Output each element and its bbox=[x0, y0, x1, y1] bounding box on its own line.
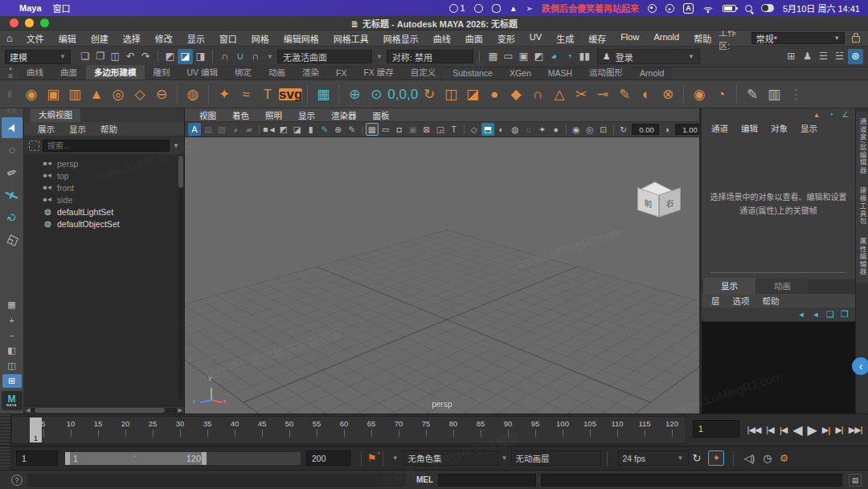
menu-item[interactable]: 选项 bbox=[727, 295, 756, 307]
flag-icon[interactable]: ▮ bbox=[305, 123, 317, 136]
xray-icon[interactable]: ◎ bbox=[583, 123, 596, 136]
gamma-field[interactable]: 1.00 bbox=[675, 124, 699, 135]
play-backwards-button[interactable]: ◀ bbox=[792, 422, 801, 438]
lasso-tool[interactable]: ◌ bbox=[2, 140, 23, 161]
shelf-menu-icon[interactable]: ▾☰ bbox=[3, 66, 18, 79]
gamma-icon[interactable]: ◑ bbox=[661, 123, 674, 136]
collapse-panel-button[interactable]: ‹ bbox=[852, 357, 868, 375]
separator[interactable] bbox=[212, 51, 213, 63]
audio-icon[interactable]: ◁) bbox=[743, 452, 755, 464]
bookmark-icon[interactable]: ⚑+ bbox=[367, 452, 377, 464]
scroll-right-icon[interactable]: ▶ bbox=[178, 407, 182, 414]
exposure-icon[interactable]: ↻ bbox=[617, 123, 630, 136]
light-icon[interactable]: ◐ bbox=[495, 123, 508, 136]
chevron-down-icon[interactable]: ▼ bbox=[173, 142, 179, 149]
separate-icon[interactable]: ◪ bbox=[462, 83, 483, 105]
separator[interactable] bbox=[362, 124, 362, 134]
menu-item[interactable]: Flow bbox=[613, 32, 646, 45]
shelf-tab[interactable]: 动画 bbox=[260, 65, 293, 79]
character-set-dropdown[interactable]: 无角色集 bbox=[403, 450, 498, 466]
status-ring-icon[interactable] bbox=[492, 4, 501, 13]
snap-to-points-icon[interactable]: ∩ bbox=[248, 49, 263, 64]
go-to-end-button[interactable]: ▶▶| bbox=[849, 425, 862, 435]
help-icon[interactable]: ? bbox=[11, 475, 23, 486]
menubar-clock[interactable]: 5月10日 周六 14:41 bbox=[783, 2, 860, 14]
input-source-icon[interactable]: A bbox=[683, 3, 694, 14]
chevron-down-icon[interactable]: ▼ bbox=[264, 53, 276, 60]
menu-item[interactable]: 渲染器 bbox=[323, 109, 365, 121]
shelf-tab[interactable]: 多边形建模 bbox=[86, 65, 145, 79]
move-tool[interactable]: ╋ bbox=[2, 185, 23, 206]
film-gate-icon[interactable]: ▨ bbox=[215, 123, 228, 136]
menu-set-dropdown[interactable]: 建模▼ bbox=[5, 50, 71, 64]
wireframe-icon[interactable]: ▦ bbox=[366, 123, 379, 136]
mel-label[interactable]: MEL bbox=[416, 475, 433, 484]
menu-item[interactable]: 缓存 bbox=[581, 32, 613, 45]
layer-solo-icon[interactable]: ◂ bbox=[796, 309, 807, 320]
menu-item[interactable]: 变形 bbox=[490, 32, 522, 45]
workspace-lock-icon[interactable] bbox=[852, 36, 860, 43]
list-item[interactable]: ■◄ front bbox=[27, 181, 184, 194]
snap-together-icon[interactable]: ⊙ bbox=[366, 83, 387, 105]
dof-icon[interactable]: ● bbox=[550, 123, 563, 136]
attribute-editor-icon[interactable]: ☱ bbox=[832, 49, 847, 64]
toolbox-grip[interactable]: ⠿⠿ bbox=[6, 110, 16, 113]
resolution-gate-icon[interactable]: ◕ bbox=[229, 123, 242, 136]
flat-shade-icon[interactable]: ◘ bbox=[393, 123, 406, 136]
menu-item[interactable]: 网格 bbox=[244, 32, 276, 45]
selection-filter-icon[interactable] bbox=[29, 141, 39, 151]
separator[interactable] bbox=[683, 84, 684, 104]
layer-editor-tab[interactable]: 显示 bbox=[703, 278, 755, 294]
viewport-canvas[interactable]: 前 右 Y x z persp bbox=[185, 137, 699, 414]
separator[interactable] bbox=[208, 84, 209, 104]
separator[interactable] bbox=[307, 84, 308, 104]
circularize-icon[interactable]: ↻ bbox=[419, 83, 440, 105]
auto-key-icon[interactable]: ✦ bbox=[708, 450, 724, 466]
symmetry-field[interactable]: 对称: 禁用 bbox=[387, 50, 473, 63]
pane-minus-icon[interactable]: − bbox=[2, 328, 22, 342]
step-back-frame-button[interactable]: |◀ bbox=[766, 425, 773, 435]
separator[interactable] bbox=[338, 84, 339, 104]
menu-item[interactable]: 生成 bbox=[549, 32, 581, 45]
outliner-tab[interactable]: 大纲视图 bbox=[31, 108, 80, 122]
menu-item[interactable]: 曲线 bbox=[426, 32, 458, 45]
spotlight-search-icon[interactable] bbox=[745, 5, 752, 12]
menu-item[interactable]: 面板 bbox=[365, 109, 398, 121]
poly-disc-icon[interactable]: ⊖ bbox=[151, 83, 172, 105]
workspace-dropdown[interactable]: 常规*▼ bbox=[751, 32, 845, 44]
user-switch-icon[interactable] bbox=[761, 4, 774, 12]
sweep-mesh-icon[interactable]: ✦ bbox=[214, 83, 235, 105]
svg-icon[interactable]: svg bbox=[279, 88, 302, 100]
time-slider-grip[interactable] bbox=[0, 414, 11, 446]
step-forward-key-button[interactable]: ▶| bbox=[822, 425, 830, 435]
boolean-icon[interactable]: ⊗ bbox=[657, 83, 678, 105]
smooth-icon[interactable]: ● bbox=[484, 83, 505, 105]
live-surface-field[interactable]: 无激活曲面 bbox=[277, 50, 372, 63]
dock-tab[interactable]: 属性编辑器 bbox=[856, 231, 868, 283]
maya-logo[interactable]: MMAYA bbox=[2, 391, 23, 410]
rotate-tool[interactable]: ↻ bbox=[2, 207, 23, 228]
wifi-icon[interactable] bbox=[702, 4, 714, 13]
gate-mask-icon[interactable]: ▰ bbox=[243, 123, 256, 136]
separator[interactable] bbox=[259, 124, 260, 134]
render-settings-icon[interactable]: ◩ bbox=[531, 49, 547, 64]
speed-ramp-icon[interactable]: ◔ bbox=[826, 110, 836, 120]
material-icon[interactable]: ◲ bbox=[434, 123, 447, 136]
menu-item[interactable]: 窗口 bbox=[212, 32, 244, 45]
annotate-icon[interactable]: ✎ bbox=[346, 123, 358, 136]
poly-cone-icon[interactable]: ▲ bbox=[86, 83, 107, 105]
crease-pencil-icon[interactable]: ✎ bbox=[742, 83, 763, 105]
bird-icon[interactable]: ➢ bbox=[526, 4, 533, 13]
menu-item[interactable]: 帮助 bbox=[756, 295, 786, 307]
layer-list[interactable] bbox=[702, 321, 855, 414]
poly-cube-icon[interactable]: ▣ bbox=[43, 83, 63, 105]
grip-icon[interactable]: ⋮ bbox=[785, 83, 806, 105]
list-item[interactable]: ■◄ persp bbox=[27, 157, 184, 169]
channel-box-icon[interactable]: ☰ bbox=[816, 49, 831, 64]
extrude-icon[interactable]: △ bbox=[549, 83, 570, 105]
poly-torus-icon[interactable]: ◎ bbox=[108, 83, 129, 105]
list-item[interactable]: ■◄ top bbox=[27, 169, 184, 181]
shelf-tab[interactable]: UV 编辑 bbox=[179, 65, 227, 79]
menu-item[interactable]: 帮助 bbox=[686, 32, 719, 45]
curve-warp-icon[interactable]: ≈ bbox=[235, 83, 256, 105]
